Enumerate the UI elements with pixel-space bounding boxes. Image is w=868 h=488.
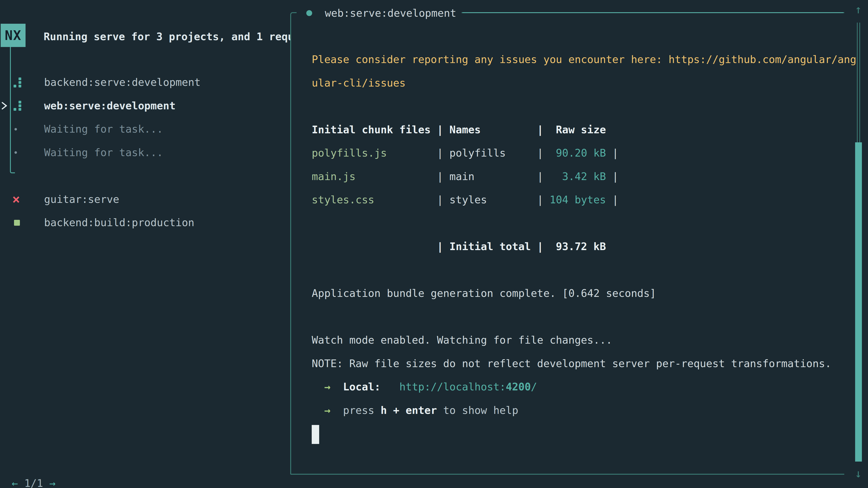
task-list-spacer <box>0 164 290 188</box>
terminal-line: NOTE: Raw file sizes do not reflect deve… <box>312 352 863 376</box>
failed-cross-icon: × <box>12 193 20 206</box>
terminal-segment: | styles | <box>374 194 550 206</box>
localhost-link[interactable]: 4200 <box>506 381 531 393</box>
success-square-icon <box>14 220 20 226</box>
localhost-link[interactable]: / <box>531 381 537 393</box>
pagination-prev-button[interactable]: ← <box>12 477 18 488</box>
terminal-line <box>312 258 863 282</box>
task-row[interactable]: web:serve:development <box>0 94 290 118</box>
terminal-line: Please consider reporting any issues you… <box>312 48 863 71</box>
pagination-current <box>18 477 24 488</box>
terminal-segment: ular-cli/issues <box>312 77 405 89</box>
page-title: Running serve for 3 projects, and 1 requ <box>43 25 290 48</box>
task-list: backend:serve:developmentweb:serve:devel… <box>0 71 290 234</box>
terminal-line: → press h + enter to show help <box>312 399 863 422</box>
terminal-segment: to show help <box>437 404 518 416</box>
terminal-output: Please consider reporting any issues you… <box>312 48 863 446</box>
terminal-segment: 90.20 kB <box>550 147 606 159</box>
terminal-line: styles.css | styles | 104 bytes | <box>312 188 863 212</box>
terminal-segment: styles.css <box>312 194 374 206</box>
terminal-line: polyfills.js | polyfills | 90.20 kB | <box>312 141 863 165</box>
terminal-segment <box>312 381 324 393</box>
terminal-segment: | <box>606 194 618 206</box>
scroll-up-icon[interactable]: ↑ <box>852 3 864 16</box>
terminal-line: ular-cli/issues <box>312 71 863 95</box>
terminal-segment: Application bundle generation complete. … <box>312 287 656 299</box>
waiting-dot-icon <box>14 151 17 154</box>
nx-tui-screen: NX Running serve for 3 projects, and 1 r… <box>0 0 868 488</box>
scroll-down-icon[interactable]: ↓ <box>852 467 864 480</box>
pagination-current-value: 1/1 <box>24 477 43 488</box>
terminal-segment: | <box>606 170 618 183</box>
task-row[interactable]: Waiting for task... <box>0 141 290 164</box>
status-bar: ← 1/1 → quit: q help: ? <box>0 448 290 471</box>
panel-title-divider <box>463 12 843 13</box>
selection-chevron-icon <box>2 101 8 111</box>
terminal-segment: NOTE: Raw file sizes do not reflect deve… <box>312 357 831 369</box>
task-label: web:serve:development <box>44 94 176 118</box>
terminal-segment <box>381 381 399 393</box>
panel-title: web:serve:development <box>325 7 456 19</box>
terminal-line <box>312 95 863 118</box>
terminal-segment: | Initial total | 93.72 kB <box>312 240 606 253</box>
terminal-cursor-line <box>312 422 863 446</box>
terminal-line: Watch mode enabled. Watching for file ch… <box>312 328 863 352</box>
terminal-segment: → <box>324 404 331 416</box>
running-bullet-icon <box>306 10 312 16</box>
task-label: backend:serve:development <box>44 71 200 94</box>
localhost-link[interactable]: http://localhost: <box>399 381 506 393</box>
terminal-line: Application bundle generation complete. … <box>312 282 863 305</box>
task-row[interactable]: Waiting for task... <box>0 118 290 141</box>
spinner-icon <box>13 101 21 111</box>
terminal-segment <box>331 404 343 416</box>
task-row[interactable]: ×guitar:serve <box>0 188 290 211</box>
text-cursor <box>312 425 319 444</box>
terminal-segment: | polyfills | <box>387 147 550 159</box>
terminal-segment: | main | <box>355 170 550 183</box>
terminal-segment: h + enter <box>381 404 437 416</box>
terminal-segment <box>312 404 324 416</box>
pagination-next-button[interactable]: → <box>49 477 56 488</box>
terminal-segment: Please consider reporting any issues you… <box>312 53 856 66</box>
terminal-line <box>312 212 863 235</box>
spinner-icon <box>13 77 21 88</box>
waiting-dot-icon <box>14 128 17 130</box>
nx-logo: NX <box>1 24 26 47</box>
pagination-spacer <box>43 477 50 488</box>
terminal-segment <box>331 381 343 393</box>
scrollbar-thumb[interactable] <box>855 142 862 462</box>
task-label: Waiting for task... <box>44 118 163 141</box>
panel-header: web:serve:development <box>306 1 456 25</box>
task-label: backend:build:production <box>44 211 194 234</box>
terminal-segment: press <box>343 404 380 416</box>
terminal-segment: → <box>324 381 331 393</box>
terminal-line: Initial chunk files | Names | Raw size <box>312 118 863 142</box>
task-row[interactable]: backend:serve:development <box>0 71 290 94</box>
terminal-segment: main.js <box>312 170 355 183</box>
terminal-line: → Local: http://localhost:4200/ <box>312 375 863 399</box>
terminal-segment: | <box>606 147 618 159</box>
terminal-line <box>312 305 863 329</box>
terminal-line: main.js | main | 3.42 kB | <box>312 165 863 188</box>
terminal-segment: 104 bytes <box>550 194 606 206</box>
terminal-segment: Watch mode enabled. Watching for file ch… <box>312 334 612 346</box>
terminal-segment: Local: <box>343 381 380 393</box>
task-row[interactable]: backend:build:production <box>0 211 290 234</box>
terminal-segment: 3.42 kB <box>550 170 606 183</box>
sidebar: NX Running serve for 3 projects, and 1 r… <box>0 0 290 488</box>
terminal-segment: polyfills.js <box>312 147 387 159</box>
pagination: ← 1/1 → <box>12 471 56 488</box>
task-label: Waiting for task... <box>44 141 163 164</box>
task-label: guitar:serve <box>44 188 119 211</box>
terminal-segment: Initial chunk files | Names | Raw size <box>312 124 606 136</box>
terminal-line: | Initial total | 93.72 kB <box>312 235 863 258</box>
